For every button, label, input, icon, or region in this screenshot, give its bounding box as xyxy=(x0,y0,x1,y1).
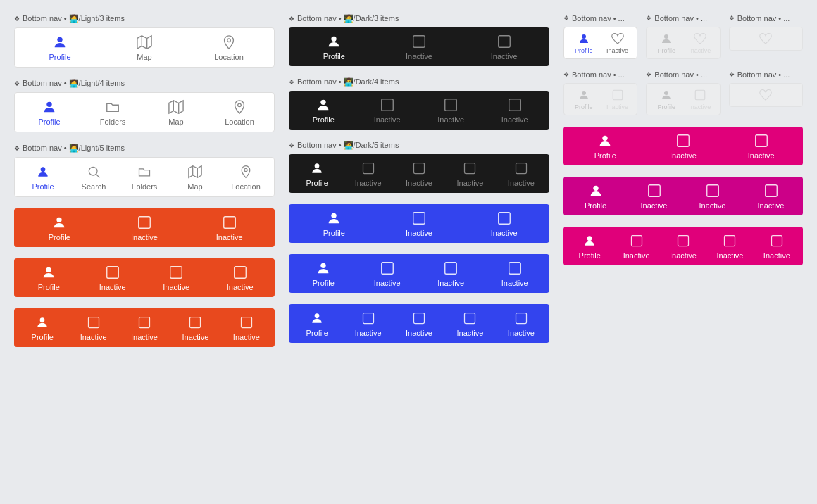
nav-bar-blue-5[interactable]: Profile Inactive Inactive Inactive xyxy=(289,304,549,343)
nav-item-inactive3-b4[interactable]: Inactive xyxy=(483,260,547,287)
small-heart-dis-2-3[interactable] xyxy=(732,88,799,102)
small-nav-bar-light-3[interactable]: Profile Inactive xyxy=(563,27,637,59)
nav-item-profile-l4[interactable]: Profile xyxy=(18,99,81,126)
nav-bar-orange-5[interactable]: Profile Inactive Inactive Inactive xyxy=(14,308,275,347)
nav-item-profile-d4[interactable]: Profile xyxy=(292,96,356,124)
nav-item-inactive1-b5[interactable]: Inactive xyxy=(342,310,393,337)
small-nav-bar-light-3-dis[interactable]: Profile Inactive xyxy=(646,27,720,59)
nav-item-profile-o3[interactable]: Profile xyxy=(17,214,102,241)
nav-item-profile-b5[interactable]: Profile xyxy=(292,310,342,337)
nav-item-inactive1-o5[interactable]: Inactive xyxy=(68,314,118,341)
nav-item-location-l5[interactable]: Location xyxy=(220,163,271,191)
nav-item-search-l5[interactable]: Search xyxy=(68,163,119,191)
nav-item-inactive1-p5[interactable]: Inactive xyxy=(613,232,659,260)
nav-item-profile-m4[interactable]: Profile xyxy=(566,182,625,210)
folders-icon-l4 xyxy=(104,99,121,115)
nav-bar-dark-3[interactable]: Profile Inactive Inactive xyxy=(289,27,549,66)
inactive-icon1-p5 xyxy=(628,232,645,249)
nav-item-profile-o5[interactable]: Profile xyxy=(17,314,68,341)
nav-item-inactive1-d5[interactable]: Inactive xyxy=(342,160,393,187)
small-nav-item-heart-ph[interactable] xyxy=(732,32,799,46)
nav-item-inactive4-d5[interactable]: Inactive xyxy=(496,160,547,187)
nav-bar-pink-3[interactable]: Profile Inactive Inactive xyxy=(563,127,803,165)
nav-item-profile-l5[interactable]: Profile xyxy=(18,163,68,191)
nav-item-inactive2-o5[interactable]: Inactive xyxy=(119,314,170,341)
nav-item-inactive3-o4[interactable]: Inactive xyxy=(208,264,273,291)
nav-item-inactive4-o5[interactable]: Inactive xyxy=(221,314,272,341)
nav-item-inactive3-p5[interactable]: Inactive xyxy=(706,232,753,260)
nav-item-map-l5[interactable]: Map xyxy=(170,163,220,191)
svg-point-53 xyxy=(582,34,586,39)
nav-item-inactive2-d3[interactable]: Inactive xyxy=(461,33,547,61)
small-dis-2-1: Bottom nav • ... Profile Inactive xyxy=(563,70,637,115)
svg-point-48 xyxy=(315,313,320,318)
profile-label-o5: Profile xyxy=(32,333,54,341)
nav-bar-dark-5[interactable]: Profile Inactive Inactive xyxy=(289,154,549,193)
nav-item-inactive1-o4[interactable]: Inactive xyxy=(81,264,145,291)
small-nav-item-inactive1-sl3d[interactable]: Inactive xyxy=(683,32,717,54)
nav-item-inactive2-d5[interactable]: Inactive xyxy=(394,160,444,187)
small-inactive-dis-2-2[interactable]: Inactive xyxy=(683,88,717,111)
nav-bar-light-4[interactable]: Profile Folders Map xyxy=(14,92,275,132)
nav-item-folders-l4[interactable]: Folders xyxy=(81,99,144,126)
nav-item-location[interactable]: Location xyxy=(187,34,271,61)
nav-item-inactive2-d4[interactable]: Inactive xyxy=(419,96,483,124)
nav-bar-dark-4[interactable]: Profile Inactive Inactive xyxy=(289,91,549,130)
nav-item-inactive3-d5[interactable]: Inactive xyxy=(444,160,495,187)
profile-icon-o5 xyxy=(34,314,51,331)
nav-item-inactive2-b4[interactable]: Inactive xyxy=(419,260,483,287)
nav-item-map[interactable]: Map xyxy=(102,34,187,61)
nav-item-inactive2-p3[interactable]: Inactive xyxy=(722,132,800,160)
small-nav-bar-dis-2-2[interactable]: Profile Inactive xyxy=(646,83,720,115)
small-profile-dis-2-2[interactable]: Profile xyxy=(649,88,683,111)
nav-item-profile-d5[interactable]: Profile xyxy=(292,160,342,187)
small-nav-item-profile-sl3d[interactable]: Profile xyxy=(649,32,683,54)
nav-item-inactive3-o5[interactable]: Inactive xyxy=(170,314,220,341)
nav-item-inactive2-o4[interactable]: Inactive xyxy=(144,264,208,291)
nav-item-inactive2-p5[interactable]: Inactive xyxy=(660,232,706,260)
nav-item-inactive3-m4[interactable]: Inactive xyxy=(742,182,800,210)
nav-item-inactive4-b5[interactable]: Inactive xyxy=(496,310,547,337)
nav-item-profile-p3[interactable]: Profile xyxy=(566,132,644,160)
nav-item-inactive1-o3[interactable]: Inactive xyxy=(102,214,187,241)
nav-item-inactive2-m4[interactable]: Inactive xyxy=(683,182,742,210)
nav-item-profile-o4[interactable]: Profile xyxy=(17,264,81,291)
nav-bar-orange-4[interactable]: Profile Inactive Inactive Inactive xyxy=(14,258,275,297)
nav-bar-light-3[interactable]: Profile Map Location xyxy=(14,27,275,68)
inactive-label2-o5: Inactive xyxy=(131,333,158,341)
nav-item-inactive2-b5[interactable]: Inactive xyxy=(394,310,444,337)
nav-item-inactive3-d4[interactable]: Inactive xyxy=(483,96,547,124)
nav-item-profile-b4[interactable]: Profile xyxy=(292,260,356,287)
nav-bar-blue-3[interactable]: Profile Inactive Inactive xyxy=(289,204,549,243)
nav-item-profile-p5[interactable]: Profile xyxy=(566,232,613,260)
nav-bar-light-5[interactable]: Profile Search Folders xyxy=(14,157,275,197)
small-nav-bar-dis-2-3[interactable] xyxy=(729,83,803,107)
nav-item-inactive1-m4[interactable]: Inactive xyxy=(625,182,683,210)
nav-item-inactive3-b5[interactable]: Inactive xyxy=(444,310,495,337)
small-nav-bar-light-3-ph[interactable] xyxy=(729,27,803,51)
nav-bar-orange-3[interactable]: Profile Inactive Inactive xyxy=(14,208,275,247)
nav-item-profile-d3[interactable]: Profile xyxy=(292,33,377,61)
nav-item-profile-b3[interactable]: Profile xyxy=(292,210,377,237)
small-profile-dis-2-1[interactable]: Profile xyxy=(567,88,601,111)
nav-bar-blue-4[interactable]: Profile Inactive Inactive Inactive xyxy=(289,254,549,293)
nav-item-map-l4[interactable]: Map xyxy=(144,99,208,126)
nav-bar-magenta-4[interactable]: Profile Inactive Inactive Inactive xyxy=(563,177,803,215)
nav-item-location-l4[interactable]: Location xyxy=(208,99,271,126)
small-nav-item-profile-sl3[interactable]: Profile xyxy=(567,32,601,54)
profile-label-p5: Profile xyxy=(579,251,601,260)
nav-item-inactive1-p3[interactable]: Inactive xyxy=(644,132,723,160)
nav-item-profile[interactable]: Profile xyxy=(18,34,102,61)
nav-item-inactive2-o3[interactable]: Inactive xyxy=(187,214,272,241)
nav-bar-pink-5[interactable]: Profile Inactive Inactive Inactive xyxy=(563,227,803,265)
nav-item-folders-l5[interactable]: Folders xyxy=(119,163,170,191)
small-nav-bar-dis-2-1[interactable]: Profile Inactive xyxy=(563,83,637,115)
nav-item-inactive1-b4[interactable]: Inactive xyxy=(356,260,420,287)
nav-item-inactive1-d4[interactable]: Inactive xyxy=(356,96,420,124)
nav-item-inactive2-b3[interactable]: Inactive xyxy=(461,210,547,237)
nav-item-inactive1-b3[interactable]: Inactive xyxy=(377,210,462,237)
small-nav-item-inactive1-sl3[interactable]: Inactive xyxy=(601,32,635,54)
nav-item-inactive1-d3[interactable]: Inactive xyxy=(377,33,462,61)
small-inactive-dis-2-1[interactable]: Inactive xyxy=(601,88,635,111)
nav-item-inactive4-p5[interactable]: Inactive xyxy=(754,232,800,260)
